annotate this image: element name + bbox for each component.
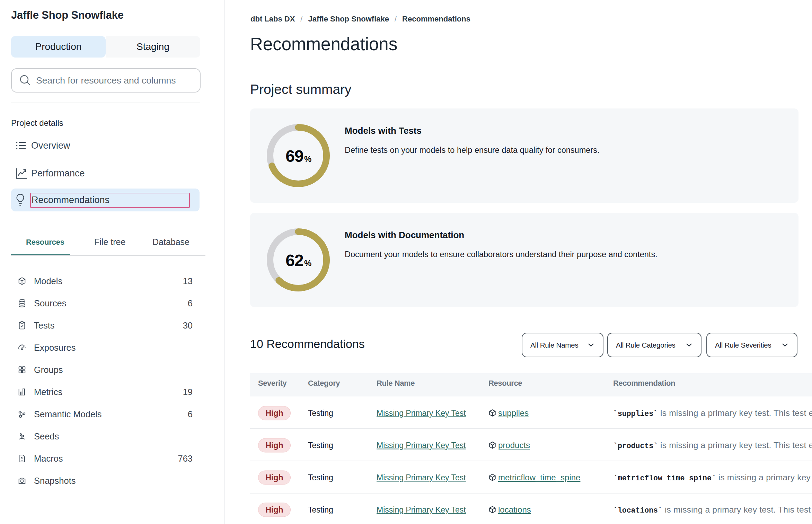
svg-text:%: %: [304, 259, 311, 268]
svg-text:62: 62: [285, 251, 303, 270]
svg-text:69: 69: [285, 147, 303, 165]
svg-text:%: %: [304, 154, 311, 164]
